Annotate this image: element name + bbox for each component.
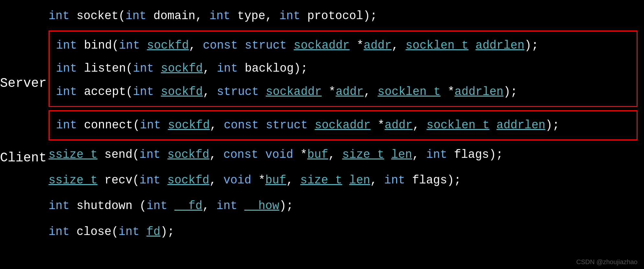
kw-void-recv: void	[223, 174, 258, 187]
fn-socket: socket(	[76, 9, 125, 23]
fn-shutdown: shutdown (	[76, 199, 146, 213]
kw-int-shutdown2: int	[146, 199, 174, 213]
star-buf-recv: *	[258, 174, 265, 187]
label-server: Server	[0, 76, 39, 91]
kw-struct-accept: struct	[217, 85, 266, 99]
comma13: ,	[370, 174, 384, 187]
space-addrlen-connect	[490, 119, 497, 132]
end-accept: );	[504, 85, 517, 99]
labels-column: Server Client	[0, 0, 39, 269]
end-bind: );	[525, 39, 539, 52]
kw-int-close2: int	[118, 225, 146, 239]
kw-const-send: const	[223, 148, 265, 161]
param-sockfd-send: sockfd	[167, 148, 209, 161]
kw-int-3: int	[279, 9, 307, 23]
kw-int-listen: int	[56, 62, 84, 75]
comma9: ,	[328, 148, 342, 161]
fn-close: close(	[76, 225, 118, 239]
param-addr-bind: addr	[364, 39, 392, 52]
kw-const: const	[203, 39, 245, 52]
end-shutdown: );	[279, 199, 293, 213]
kw-int-recv2: int	[384, 174, 412, 187]
param-type: type,	[237, 9, 279, 23]
param-protocol: protocol);	[307, 9, 377, 23]
param-buf-send: buf	[307, 148, 328, 161]
code-column: int socket(int domain, int type, int pro…	[39, 0, 644, 269]
param-addrlen-connect: addrlen	[496, 119, 545, 132]
kw-int-shutdown: int	[49, 199, 76, 213]
connect-line: int connect(int sockfd, const struct soc…	[56, 114, 630, 137]
param-backlog: backlog);	[245, 62, 307, 75]
param-len-send: len	[391, 148, 412, 161]
server-box: int bind(int sockfd, const struct sockad…	[49, 30, 638, 107]
recv-line: ssize_t recv(int sockfd, void *buf, size…	[49, 168, 638, 193]
param-addrlen-accept: addrlen	[455, 85, 504, 99]
socket-line: int socket(int domain, int type, int pro…	[49, 3, 638, 29]
star-addrlen-accept: *	[440, 85, 454, 99]
param-sockaddr-bind: sockaddr	[294, 39, 350, 52]
fn-bind: bind(	[84, 39, 119, 52]
param-sockfd-connect: sockfd	[168, 119, 210, 132]
shutdown-line: int shutdown (int __fd, int __how);	[49, 193, 638, 219]
param-sockfd-listen: sockfd	[161, 62, 203, 75]
param-addr-accept: addr	[336, 85, 363, 99]
label-client: Client	[0, 151, 39, 165]
kw-int-listen3: int	[217, 62, 245, 75]
kw-int-bind: int	[56, 39, 84, 52]
kw-struct: struct	[245, 39, 294, 52]
watermark: CSDN @zhoujiazhao	[576, 258, 638, 266]
main-container: Server Client int socket(int domain, int…	[0, 0, 644, 269]
send-line: ssize_t send(int sockfd, const void *buf…	[49, 142, 638, 168]
comma3: ,	[203, 62, 217, 75]
param-sockaddr-accept: sockaddr	[266, 85, 322, 99]
fn-send: send(	[97, 148, 139, 161]
kw-const-connect: const	[224, 119, 266, 132]
param-sockfd-recv: sockfd	[167, 174, 209, 187]
param-how-shutdown: __how	[244, 199, 279, 213]
kw-int-send2: int	[426, 148, 454, 161]
kw-void-send: void	[265, 148, 300, 161]
fn-recv: recv(	[97, 174, 139, 187]
client-box: int connect(int sockfd, const struct soc…	[49, 110, 638, 140]
param-addr-connect: addr	[384, 119, 412, 132]
kw-int-socket: int	[49, 9, 76, 23]
comma10: ,	[412, 148, 426, 161]
star-addr-bind: *	[350, 39, 363, 52]
param-sockfd-bind: sockfd	[147, 39, 189, 52]
kw-int-recv: int	[139, 174, 167, 187]
kw-int-shutdown3: int	[217, 199, 244, 213]
param-flags-recv: flags);	[412, 174, 461, 187]
comma7: ,	[413, 119, 427, 132]
end-connect: );	[545, 119, 559, 132]
param-socklen-connect: socklen_t	[427, 119, 489, 132]
close-line: int close(int fd);	[49, 219, 638, 245]
type-size-send: size_t	[342, 148, 384, 161]
comma6: ,	[210, 119, 224, 132]
param-sockaddr-connect: sockaddr	[315, 119, 371, 132]
fn-connect: connect(	[84, 119, 140, 132]
comma4: ,	[203, 85, 217, 99]
kw-int-send: int	[139, 148, 167, 161]
kw-int-listen2: int	[133, 62, 161, 75]
space-addrlen-bind	[469, 39, 476, 52]
param-buf-recv: buf	[265, 174, 286, 187]
kw-int-bind2: int	[119, 39, 147, 52]
kw-int-connect2: int	[140, 119, 168, 132]
star-addr-accept: *	[322, 85, 336, 99]
comma5: ,	[364, 85, 378, 99]
space-len-send	[384, 148, 391, 161]
kw-int-2: int	[209, 9, 237, 23]
star-buf-send: *	[300, 148, 307, 161]
comma2: ,	[392, 39, 405, 52]
end-close: );	[161, 225, 174, 239]
param-len-recv: len	[349, 174, 370, 187]
space-len-recv	[342, 174, 349, 187]
kw-int-accept: int	[56, 85, 84, 99]
comma1: ,	[189, 39, 203, 52]
bind-line: int bind(int sockfd, const struct sockad…	[56, 34, 630, 57]
fn-listen: listen(	[84, 62, 133, 75]
kw-int-1: int	[126, 9, 153, 23]
comma12: ,	[286, 174, 300, 187]
kw-struct-connect: struct	[266, 119, 315, 132]
param-socklen-bind: socklen_t	[405, 39, 468, 52]
